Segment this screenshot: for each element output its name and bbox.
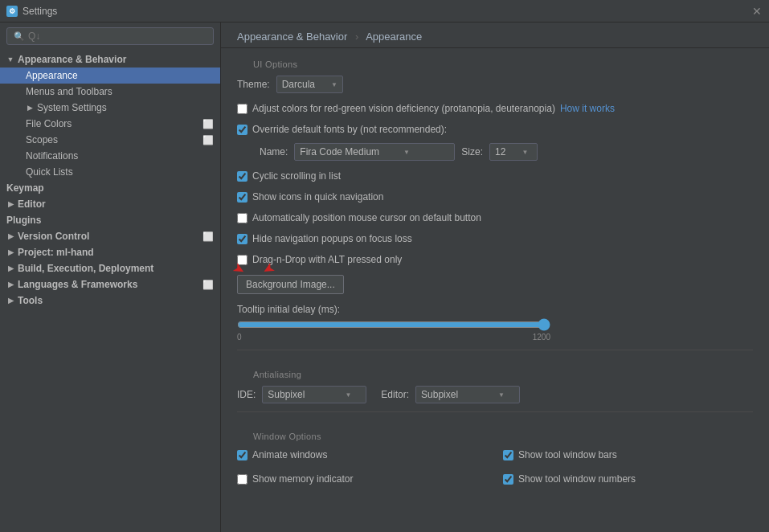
chevron-down-icon: ▼	[345, 391, 351, 399]
animate-windows-checkbox[interactable]	[237, 450, 247, 460]
ide-aa-dropdown[interactable]: Subpixel ▼	[262, 386, 366, 403]
search-input[interactable]	[28, 31, 207, 42]
font-name-dropdown[interactable]: Fira Code Medium ▼	[294, 143, 455, 161]
editor-aa-value: Subpixel	[421, 389, 458, 400]
hide-nav-checkbox[interactable]	[237, 234, 247, 244]
sidebar-item-label: File Colors	[26, 118, 72, 129]
app-icon: ⚙	[6, 6, 18, 17]
chevron-down-icon: ▼	[498, 391, 505, 399]
cyclic-scrolling-label: Cyclic scrolling in list	[252, 170, 341, 182]
slider-wrapper: 0 1200	[237, 318, 558, 342]
sidebar-item-label: Quick Lists	[26, 166, 73, 178]
cyclic-scrolling-checkbox[interactable]	[237, 171, 247, 182]
sidebar-item-label: Menus and Toolbars	[26, 86, 112, 97]
sidebar-item-project[interactable]: ▶ Project: ml-hand	[0, 244, 220, 260]
theme-label: Theme:	[237, 79, 270, 90]
show-tool-window-numbers-checkbox[interactable]	[503, 474, 513, 485]
show-tool-window-numbers-label: Show tool window numbers	[518, 473, 636, 485]
font-size-dropdown[interactable]: 12 ▼	[489, 143, 538, 161]
override-fonts-row: Override default fonts by (not recommend…	[237, 122, 753, 137]
show-icons-checkbox[interactable]	[237, 192, 247, 203]
sidebar: 🔍 ▼ Appearance & Behavior Appearance Men…	[0, 23, 221, 532]
sidebar-item-languages[interactable]: ▶ Languages & Frameworks ⬜	[0, 276, 220, 293]
ide-aa-value: Subpixel	[268, 389, 305, 400]
chevron-down-icon: ▼	[331, 81, 337, 88]
sidebar-tree: ▼ Appearance & Behavior Appearance Menus…	[0, 50, 220, 532]
page-icon: ⬜	[202, 231, 214, 242]
show-icons-row: Show icons in quick navigation	[237, 190, 753, 204]
bg-image-wrapper: ➤ ➤ Background Image...	[237, 275, 344, 294]
sidebar-item-version-control[interactable]: ▶ Version Control ⬜	[0, 228, 220, 244]
how-it-works-link[interactable]: How it works	[560, 103, 615, 114]
name-label: Name:	[260, 146, 288, 158]
chevron-down-icon: ▼	[403, 149, 410, 156]
triangle-icon: ▶	[6, 248, 14, 256]
sidebar-item-label: Tools	[18, 295, 43, 306]
tooltip-label: Tooltip initial delay (ms):	[237, 304, 340, 315]
show-memory-checkbox[interactable]	[237, 474, 247, 485]
close-button[interactable]: ✕	[751, 6, 763, 17]
size-label: Size:	[461, 146, 483, 158]
animate-windows-row: Animate windows	[237, 448, 487, 462]
ui-options-title: UI Options	[237, 48, 753, 76]
auto-position-checkbox[interactable]	[237, 213, 247, 223]
triangle-icon: ▶	[6, 280, 14, 289]
sidebar-item-build[interactable]: ▶ Build, Execution, Deployment	[0, 260, 220, 276]
page-icon: ⬜	[202, 135, 214, 145]
override-fonts-checkbox[interactable]	[237, 125, 247, 135]
sidebar-item-file-colors[interactable]: File Colors ⬜	[0, 116, 220, 132]
sidebar-item-editor[interactable]: ▶ Editor	[0, 196, 220, 212]
show-icons-label: Show icons in quick navigation	[252, 191, 383, 203]
ide-aa-label: IDE:	[237, 389, 256, 400]
breadcrumb: Appearance & Behavior › Appearance	[221, 23, 769, 48]
cyclic-scrolling-row: Cyclic scrolling in list	[237, 169, 753, 183]
theme-dropdown[interactable]: Darcula ▼	[276, 76, 343, 93]
chevron-down-icon: ▼	[522, 149, 528, 156]
background-image-button[interactable]: Background Image...	[237, 275, 344, 294]
page-icon: ⬜	[202, 119, 214, 129]
title-bar-title: Settings	[22, 6, 57, 17]
sidebar-item-system-settings[interactable]: ▶ System Settings	[0, 100, 220, 116]
search-box[interactable]: 🔍	[6, 27, 214, 45]
theme-row: Theme: Darcula ▼	[237, 76, 753, 93]
show-memory-label: Show memory indicator	[252, 473, 353, 485]
window-options-grid: Animate windows Show tool window bars Sh…	[237, 448, 753, 493]
triangle-icon: ▶	[26, 104, 34, 112]
sidebar-item-appearance-behavior[interactable]: ▼ Appearance & Behavior	[0, 51, 220, 68]
editor-aa-label: Editor:	[381, 389, 409, 400]
sidebar-item-appearance[interactable]: Appearance	[0, 68, 220, 84]
tooltip-slider[interactable]	[237, 318, 550, 331]
sidebar-item-quick-lists[interactable]: Quick Lists	[0, 164, 220, 180]
sidebar-item-label: Appearance & Behavior	[18, 54, 126, 65]
sidebar-item-menus-toolbars[interactable]: Menus and Toolbars	[0, 84, 220, 100]
sidebar-item-label: Keymap	[6, 182, 44, 194]
sidebar-item-label: Project: ml-hand	[18, 247, 94, 258]
breadcrumb-separator: ›	[355, 31, 358, 43]
drag-drop-checkbox[interactable]	[237, 255, 247, 265]
sidebar-item-label: Languages & Frameworks	[18, 279, 137, 290]
auto-position-row: Automatically position mouse cursor on d…	[237, 211, 753, 225]
sidebar-item-keymap[interactable]: Keymap	[0, 180, 220, 196]
sidebar-item-scopes[interactable]: Scopes ⬜	[0, 132, 220, 148]
adjust-colors-checkbox[interactable]	[237, 104, 247, 114]
animate-windows-label: Animate windows	[252, 449, 327, 460]
auto-position-label: Automatically position mouse cursor on d…	[252, 212, 481, 223]
show-tool-window-bars-checkbox[interactable]	[503, 450, 513, 460]
antialiasing-title: Antialiasing	[237, 358, 753, 386]
triangle-icon: ▼	[6, 55, 14, 63]
main-content: Appearance & Behavior › Appearance UI Op…	[221, 23, 769, 532]
sidebar-item-label: Plugins	[6, 215, 41, 226]
sidebar-item-label: Version Control	[18, 231, 89, 242]
font-name-size-row: Name: Fira Code Medium ▼ Size: 12 ▼	[260, 143, 753, 161]
triangle-icon: ▶	[6, 264, 14, 272]
sidebar-item-notifications[interactable]: Notifications	[0, 148, 220, 164]
sidebar-item-tools[interactable]: ▶ Tools	[0, 293, 220, 309]
drag-drop-label: Drag-n-Drop with ALT pressed only	[252, 254, 402, 265]
title-bar: ⚙ Settings ✕	[0, 0, 769, 23]
show-tool-window-numbers-row: Show tool window numbers	[503, 472, 753, 486]
sidebar-item-plugins[interactable]: Plugins	[0, 212, 220, 228]
sidebar-item-label: Build, Execution, Deployment	[18, 263, 153, 274]
editor-aa-dropdown[interactable]: Subpixel ▼	[415, 386, 520, 403]
override-fonts-label: Override default fonts by (not recommend…	[252, 124, 447, 135]
sidebar-item-label: Appearance	[26, 70, 78, 81]
